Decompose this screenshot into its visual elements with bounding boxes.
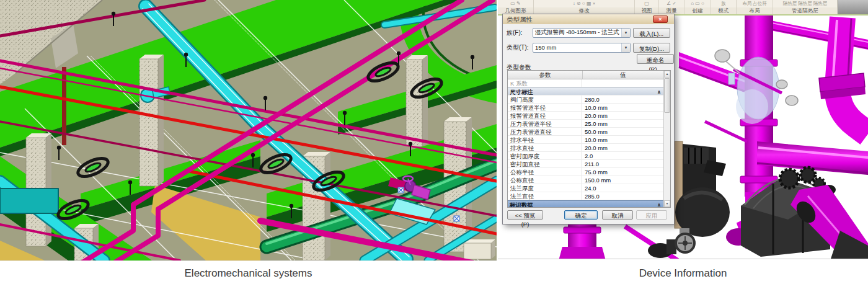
close-icon[interactable]: × xyxy=(653,16,668,23)
param-row[interactable]: 报警管道半径10.0 mm xyxy=(508,104,663,112)
param-value[interactable]: 25.0 mm xyxy=(582,120,663,127)
dialog-titlebar[interactable]: 类型属性 × xyxy=(503,14,674,24)
table-header: 参数 值 xyxy=(508,71,670,79)
preview-button[interactable]: << 预览(P) xyxy=(507,210,543,220)
param-row[interactable]: 排水半径10.0 mm xyxy=(508,136,663,144)
scrollbar-thumb[interactable] xyxy=(664,78,670,113)
param-row[interactable]: 公称半径75.0 mm xyxy=(508,168,663,176)
param-row[interactable]: 公称直径150.0 mm xyxy=(508,176,663,184)
table-scrollbar[interactable]: ▲ ▼ xyxy=(663,71,670,207)
ribbon-group-label[interactable]: 模式 xyxy=(711,7,736,14)
param-row[interactable]: 法兰直径285.0 xyxy=(508,192,663,200)
param-row[interactable]: 法兰厚度24.0 xyxy=(508,184,663,192)
ribbon-group-label[interactable]: 管道隔热层 xyxy=(773,7,837,14)
param-name: 公称半径 xyxy=(508,168,582,176)
dialog-title: 类型属性 xyxy=(507,16,533,23)
collapse-icon[interactable]: ∧ xyxy=(655,201,663,208)
param-row[interactable]: 排水直径20.0 mm xyxy=(508,144,663,152)
ribbon-group[interactable]: ⌂ ▭ ○创建 xyxy=(684,0,711,14)
param-row[interactable]: K 系数 xyxy=(508,79,663,87)
type-value: 150 mm xyxy=(533,44,621,51)
param-column-header: 参数 xyxy=(508,71,583,79)
ok-button[interactable]: 确定 xyxy=(564,210,598,220)
param-value[interactable]: 50.0 mm xyxy=(582,128,663,135)
type-label: 类型(T): xyxy=(507,43,533,52)
param-name: 公称直径 xyxy=(508,176,582,184)
param-row[interactable]: 报警管道直径20.0 mm xyxy=(508,112,663,120)
section-title: 尺寸标注 xyxy=(508,88,655,95)
section-row[interactable]: 尺寸标注∧ xyxy=(508,87,663,96)
section-title: 标识数据 xyxy=(508,201,655,208)
family-value: 湿式报警阀 -80-150mm - 法兰式 xyxy=(533,29,621,37)
family-dropdown[interactable]: 湿式报警阀 -80-150mm - 法兰式 ▼ xyxy=(533,28,631,38)
ribbon-group[interactable]: ▭ ✎几何图形 xyxy=(498,0,534,14)
ribbon-group-label[interactable]: 创建 xyxy=(684,7,711,14)
load-button[interactable]: 载入(L)... xyxy=(633,28,670,38)
ribbon-group-label[interactable]: 布局 xyxy=(737,7,773,14)
cancel-button[interactable]: 取消 xyxy=(602,210,633,220)
ribbon-group[interactable]: 族模式 xyxy=(711,0,737,14)
ribbon-group-icons: ⌂ ▭ ○ xyxy=(684,0,711,7)
ribbon-mini-labels: 隔热层 隔热层 隔热层 xyxy=(773,0,837,7)
param-value[interactable]: 211.0 xyxy=(582,160,663,167)
type-params-table: 参数 值 K 系数尺寸标注∧阀门高度280.0报警管道半径10.0 mm报警管道… xyxy=(507,70,671,208)
param-row[interactable]: 阀门高度280.0 xyxy=(508,96,663,104)
collapse-icon[interactable]: ∧ xyxy=(655,88,663,95)
param-name: 排水半径 xyxy=(508,136,582,143)
param-value[interactable]: 75.0 mm xyxy=(582,168,663,176)
param-name: 压力表管道半径 xyxy=(508,120,582,127)
ribbon-group[interactable]: ↓ ⊘ ○ ▦ ×修改 xyxy=(534,0,635,14)
type-row: 类型(T): 150 mm ▼ 复制(D)... xyxy=(507,42,670,53)
scroll-up-icon[interactable]: ▲ xyxy=(664,71,670,78)
chevron-down-icon[interactable]: ▼ xyxy=(621,29,630,37)
left-3d-scene xyxy=(0,0,497,260)
ribbon-group[interactable]: ∠ ✓测量 xyxy=(659,0,684,14)
param-value[interactable]: 285.0 xyxy=(582,192,663,200)
ribbon-mini-labels: 族 xyxy=(711,0,736,7)
ribbon-group-icons: ▢ xyxy=(635,0,658,7)
param-name: 排水直径 xyxy=(508,144,582,151)
ribbon-group[interactable]: 布局 占位符布局 xyxy=(737,0,773,14)
ribbon-group[interactable]: 隔热层 隔热层 隔热层管道隔热层 xyxy=(773,0,838,14)
chevron-down-icon[interactable]: ▼ xyxy=(621,43,630,52)
param-value[interactable]: 24.0 xyxy=(582,184,663,192)
caption-right: Device Information xyxy=(498,265,868,282)
param-value[interactable] xyxy=(582,79,663,87)
param-name: 法兰直径 xyxy=(508,192,582,200)
section-row[interactable]: 标识数据∧ xyxy=(508,200,663,208)
param-value[interactable]: 280.0 xyxy=(582,96,663,103)
param-value[interactable]: 20.0 mm xyxy=(582,112,663,119)
ribbon-mini-labels: 布局 占位符 xyxy=(737,0,773,7)
param-value[interactable]: 2.0 xyxy=(582,152,663,159)
rename-button[interactable]: 重命名(R)... xyxy=(637,54,674,64)
value-column-header: 值 xyxy=(583,71,663,79)
ribbon-group-icons: ∠ ✓ xyxy=(659,0,684,7)
dialog-body: 族(F): 湿式报警阀 -80-150mm - 法兰式 ▼ 载入(L)... 类… xyxy=(503,24,674,225)
duplicate-button[interactable]: 复制(D)... xyxy=(633,43,670,53)
type-properties-dialog: 类型属性 × 族(F): 湿式报警阀 -80-150mm - 法兰式 ▼ 载入(… xyxy=(502,14,675,225)
param-name: 密封面直径 xyxy=(508,160,582,167)
scroll-down-icon[interactable]: ▼ xyxy=(664,200,670,207)
ribbon-filler xyxy=(838,0,868,14)
param-value[interactable]: 10.0 mm xyxy=(582,104,663,111)
param-row[interactable]: 压力表管道直径50.0 mm xyxy=(508,128,663,136)
param-value[interactable]: 150.0 mm xyxy=(582,176,663,184)
param-name: 密封面厚度 xyxy=(508,152,582,159)
right-app-panel: ▭ ✎几何图形↓ ⊘ ○ ▦ ×修改▢视图∠ ✓测量⌂ ▭ ○创建族模式布局 占… xyxy=(498,0,868,260)
param-name: 法兰厚度 xyxy=(508,184,582,192)
type-params-table-body: K 系数尺寸标注∧阀门高度280.0报警管道半径10.0 mm报警管道直径20.… xyxy=(508,79,663,207)
param-value[interactable]: 20.0 mm xyxy=(582,144,663,151)
param-row[interactable]: 密封面直径211.0 xyxy=(508,160,663,168)
param-row[interactable]: 压力表管道半径25.0 mm xyxy=(508,120,663,128)
ribbon-group-icons: ↓ ⊘ ○ ▦ × xyxy=(534,0,634,7)
family-label: 族(F): xyxy=(507,29,533,37)
param-value[interactable]: 10.0 mm xyxy=(582,136,663,143)
caption-left: Electromechanical systems xyxy=(0,265,497,282)
ribbon-group[interactable]: ▢视图 xyxy=(635,0,659,14)
left-3d-viewport[interactable] xyxy=(0,0,497,261)
param-name: K 系数 xyxy=(508,79,582,87)
param-name: 报警管道半径 xyxy=(508,104,582,111)
param-row[interactable]: 密封面厚度2.0 xyxy=(508,152,663,160)
family-row: 族(F): 湿式报警阀 -80-150mm - 法兰式 ▼ 载入(L)... xyxy=(507,27,670,38)
type-dropdown[interactable]: 150 mm ▼ xyxy=(533,43,631,53)
